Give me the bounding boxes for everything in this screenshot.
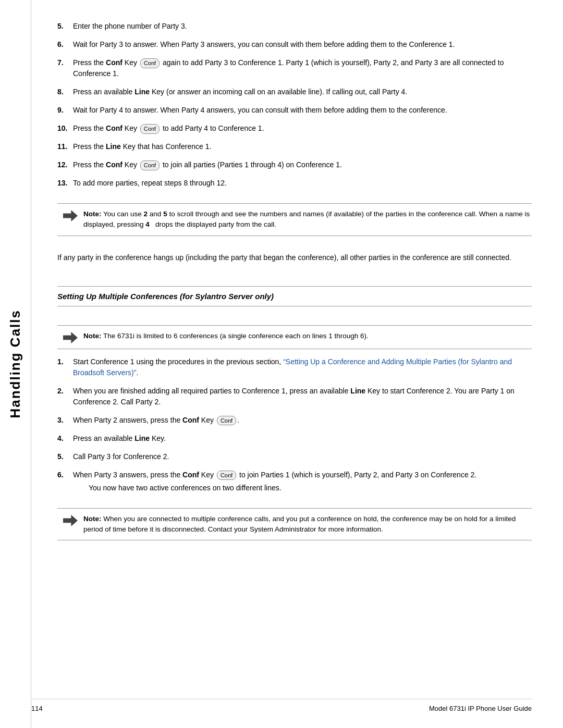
- note-arrow-1: [57, 209, 83, 221]
- steps-bottom-list: 1. Start Conference 1 using the procedur…: [57, 356, 532, 501]
- note-label: Note:: [83, 515, 102, 523]
- sidebar-title: Handling Calls: [7, 310, 23, 418]
- steps-top-list: 5. Enter the phone number of Party 3. 6.…: [57, 21, 532, 196]
- list-item: 8. Press an available Line Key (or answe…: [57, 87, 532, 97]
- conf-key-badge: Conf: [217, 416, 236, 426]
- arrow-icon: [63, 210, 78, 221]
- list-item: 6. When Party 3 answers, press the Conf …: [57, 470, 532, 493]
- divider: [57, 286, 532, 287]
- note-text-2: Note: The 6731i is limited to 6 conferen…: [83, 331, 532, 341]
- step-text: Press an available Line Key.: [73, 433, 532, 444]
- step-text: Start Conference 1 using the procedures …: [73, 356, 532, 378]
- conf-key-badge: Conf: [140, 124, 160, 134]
- step-number: 3.: [57, 415, 73, 426]
- list-item: 4. Press an available Line Key.: [57, 433, 532, 444]
- footer-guide-title: Model 6731i IP Phone User Guide: [429, 705, 532, 712]
- sidebar: Handling Calls: [0, 0, 31, 728]
- list-item: 3. When Party 2 answers, press the Conf …: [57, 415, 532, 426]
- step-text: When Party 3 answers, press the Conf Key…: [73, 470, 532, 493]
- note-box-3: Note: When you are connected to multiple…: [57, 508, 532, 541]
- section-link[interactable]: “Setting Up a Conference and Adding Mult…: [73, 357, 512, 377]
- footer-page-number: 114: [31, 705, 43, 712]
- list-item: 6. Wait for Party 3 to answer. When Part…: [57, 39, 532, 50]
- step-text: Press the Line Key that has Conference 1…: [73, 141, 532, 152]
- note-text-1: Note: You can use 2 and 5 to scroll thro…: [83, 209, 532, 230]
- note-arrow-2: [57, 331, 83, 343]
- list-item: 5. Enter the phone number of Party 3.: [57, 21, 532, 32]
- step-text: Press the Conf Key Conf again to add Par…: [73, 57, 532, 79]
- step-number: 8.: [57, 87, 73, 97]
- list-item: 2. When you are finished adding all requ…: [57, 386, 532, 408]
- page-footer: 114 Model 6731i IP Phone User Guide: [31, 699, 532, 712]
- step-number: 7.: [57, 57, 73, 79]
- page-container: Handling Calls 5. Enter the phone number…: [0, 0, 563, 728]
- step-text: When you are finished adding all require…: [73, 386, 532, 408]
- step-number: 5.: [57, 21, 73, 32]
- step-number: 10.: [57, 123, 73, 134]
- list-item: 12. Press the Conf Key Conf to join all …: [57, 159, 532, 170]
- step-number: 4.: [57, 433, 73, 444]
- note-label: Note:: [83, 332, 102, 340]
- step-text: Call Party 3 for Conference 2.: [73, 451, 532, 462]
- arrow-icon: [63, 332, 78, 343]
- step-text: When Party 2 answers, press the Conf Key…: [73, 415, 532, 426]
- step-text: To add more parties, repeat steps 8 thro…: [73, 178, 532, 189]
- note-text-3: Note: When you are connected to multiple…: [83, 514, 532, 535]
- conf-key-badge: Conf: [217, 471, 236, 480]
- step-number: 9.: [57, 105, 73, 116]
- step-number: 6.: [57, 470, 73, 493]
- list-item: 13. To add more parties, repeat steps 8 …: [57, 178, 532, 189]
- step-number: 1.: [57, 356, 73, 378]
- conf-key-badge: Conf: [140, 161, 160, 170]
- conf-key-badge: Conf: [140, 58, 160, 68]
- step-number: 2.: [57, 386, 73, 408]
- note-arrow-3: [57, 514, 83, 526]
- note-box-2: Note: The 6731i is limited to 6 conferen…: [57, 325, 532, 349]
- step-number: 6.: [57, 39, 73, 50]
- list-item: 5. Call Party 3 for Conference 2.: [57, 451, 532, 462]
- sub-text: You now have two active conferences on t…: [89, 483, 532, 493]
- step-text: Wait for Party 4 to answer. When Party 4…: [73, 105, 532, 116]
- step-text: Press the Conf Key Conf to add Party 4 t…: [73, 123, 532, 134]
- list-item: 7. Press the Conf Key Conf again to add …: [57, 57, 532, 79]
- main-content: 5. Enter the phone number of Party 3. 6.…: [31, 0, 563, 728]
- step-text: Enter the phone number of Party 3.: [73, 21, 532, 32]
- paragraph-1: If any party in the conference hangs up …: [57, 252, 532, 263]
- list-item: 9. Wait for Party 4 to answer. When Part…: [57, 105, 532, 116]
- note-label: Note:: [83, 210, 102, 218]
- list-item: 11. Press the Line Key that has Conferen…: [57, 141, 532, 152]
- step-number: 13.: [57, 178, 73, 189]
- step-number: 11.: [57, 141, 73, 152]
- arrow-icon: [63, 515, 78, 526]
- step-number: 5.: [57, 451, 73, 462]
- step-number: 12.: [57, 159, 73, 170]
- step-text: Press the Conf Key Conf to join all part…: [73, 159, 532, 170]
- note-box-1: Note: You can use 2 and 5 to scroll thro…: [57, 203, 532, 236]
- divider: [57, 306, 532, 306]
- list-item: 1. Start Conference 1 using the procedur…: [57, 356, 532, 378]
- section-heading: Setting Up Multiple Conferences (for Syl…: [57, 282, 532, 311]
- step-text: Wait for Party 3 to answer. When Party 3…: [73, 39, 532, 50]
- list-item: 10. Press the Conf Key Conf to add Party…: [57, 123, 532, 134]
- step-text: Press an available Line Key (or answer a…: [73, 87, 532, 97]
